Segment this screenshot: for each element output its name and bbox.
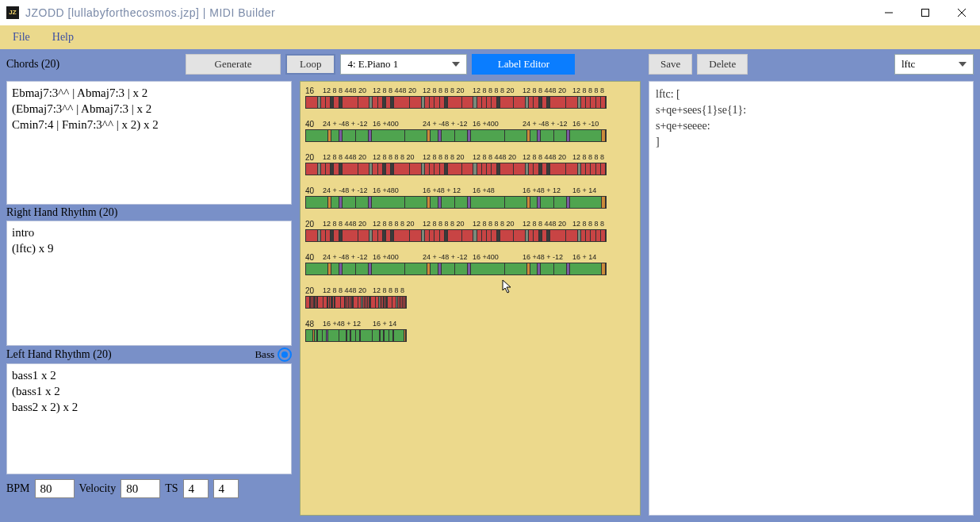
track-bar[interactable] xyxy=(305,263,607,275)
window-title: JZODD [lullabyforthecosmos.jzp] | MIDI B… xyxy=(25,6,275,19)
track-group-label: 16 + 14 xyxy=(572,186,622,196)
track-group-label: 24 + -48 + -12 xyxy=(323,120,373,129)
label-editor-textarea[interactable]: lftc: [ s+qe+sees{1}se{1}: s+qe+seeee: ] xyxy=(649,81,974,516)
ts-numerator-input[interactable]: 4 xyxy=(183,479,209,498)
time-signature-label: TS xyxy=(165,482,178,495)
track-group-label: 24 + -48 + -12 xyxy=(423,253,473,263)
top-toolbar: Chords (20) Generate Loop 4: E.Piano 1 L… xyxy=(6,52,641,76)
right-toolbar: Save Delete lftc xyxy=(649,52,974,76)
track-group-label: 12 8 8 448 20 xyxy=(323,286,373,296)
bottom-inputs: BPM 80 Velocity 80 TS 4 4 xyxy=(6,479,292,498)
track-group-label: 12 8 8 8 8 20 xyxy=(373,153,423,163)
track-row: 2012 8 8 448 2012 8 8 8 8 2012 8 8 8 8 2… xyxy=(305,153,635,175)
track-group-label: 16 + 14 xyxy=(572,253,622,263)
client-area: Chords (20) Generate Loop 4: E.Piano 1 L… xyxy=(0,49,980,522)
track-lead-label: 40 xyxy=(305,186,323,196)
track-bar[interactable] xyxy=(305,163,607,175)
track-group-label: 24 + -48 + -12 xyxy=(323,253,373,263)
label-select-value: lftc xyxy=(902,58,915,71)
label-editor-button[interactable]: Label Editor xyxy=(472,54,575,75)
track-lead-label: 48 xyxy=(305,320,323,329)
track-group-label: 12 8 8 448 20 xyxy=(473,153,523,163)
generate-button[interactable]: Generate xyxy=(186,54,281,75)
track-group-label: 12 8 8 8 8 xyxy=(373,286,423,296)
track-group-label: 12 8 8 8 8 20 xyxy=(423,220,473,229)
track-group-label: 24 + -48 + -12 xyxy=(523,120,572,129)
track-group-label: 16 +400 xyxy=(373,120,423,129)
instrument-select[interactable]: 4: E.Piano 1 xyxy=(340,54,467,75)
rhythm-canvas[interactable]: 1612 8 8 448 2012 8 8 448 2012 8 8 8 8 2… xyxy=(300,81,641,516)
svg-rect-1 xyxy=(922,9,929,16)
track-group-label: 16 +400 xyxy=(473,253,523,263)
track-group-label: 16 +48 + 12 xyxy=(523,186,572,196)
delete-button[interactable]: Delete xyxy=(697,54,748,75)
left-column: Ebmaj7:3^^ | Abmaj7:3 | x 2 (Ebmaj7:3^^ … xyxy=(6,81,292,516)
track-lead-label: 20 xyxy=(305,153,323,163)
chevron-down-icon xyxy=(959,62,967,67)
track-lead-label: 40 xyxy=(305,120,323,129)
track-group-label: 12 8 8 448 20 xyxy=(323,220,373,229)
track-group-label: 12 8 8 448 20 xyxy=(523,86,572,96)
track-group-label: 12 8 8 8 8 20 xyxy=(473,220,523,229)
track-group-label: 16 +400 xyxy=(373,253,423,263)
bass-radio[interactable] xyxy=(278,347,292,362)
bass-radio-label: Bass xyxy=(255,348,274,361)
track-lead-label: 40 xyxy=(305,253,323,263)
track-group-label: 12 8 8 8 8 20 xyxy=(473,86,523,96)
close-button[interactable] xyxy=(944,0,980,25)
left-hand-rhythm-textarea[interactable]: bass1 x 2 (bass1 x 2 bass2 x 2) x 2 xyxy=(6,363,292,474)
track-group-label: 12 8 8 448 20 xyxy=(373,86,423,96)
track-group-label: 24 + -48 + -12 xyxy=(323,186,373,196)
track-group-label: 16 + 14 xyxy=(373,320,423,329)
track-group-label: 12 8 8 8 8 20 xyxy=(423,86,473,96)
left-hand-rhythm-label: Left Hand Rhythm (20) Bass xyxy=(6,346,292,363)
track-group-label: 16 +480 xyxy=(373,186,423,196)
chevron-down-icon xyxy=(452,62,460,67)
track-bar[interactable] xyxy=(305,296,407,309)
title-bar: JZ JZODD [lullabyforthecosmos.jzp] | MID… xyxy=(0,0,980,25)
track-lead-label: 16 xyxy=(305,86,323,96)
track-group-label: 12 8 8 8 8 xyxy=(572,220,622,229)
track-group-label: 12 8 8 448 20 xyxy=(523,153,572,163)
right-hand-rhythm-textarea[interactable]: intro (lftc) x 9 xyxy=(6,221,292,346)
velocity-input[interactable]: 80 xyxy=(121,479,160,498)
left-hand-rhythm-label-text: Left Hand Rhythm (20) xyxy=(6,348,112,361)
track-group-label: 12 8 8 8 8 20 xyxy=(423,153,473,163)
track-group-label: 16 +48 + 12 xyxy=(323,320,373,329)
track-row: 4024 + -48 + -1216 +48016 +48 + 1216 +48… xyxy=(305,186,635,209)
track-bar[interactable] xyxy=(305,229,607,242)
track-row: 2012 8 8 448 2012 8 8 8 8 xyxy=(305,286,635,309)
track-group-label: 16 +48 xyxy=(473,186,523,196)
track-row: 4816 +48 + 1216 + 14 xyxy=(305,320,635,342)
track-bar[interactable] xyxy=(305,129,607,142)
bpm-input[interactable]: 80 xyxy=(35,479,75,498)
track-bar[interactable] xyxy=(305,329,407,342)
velocity-label: Velocity xyxy=(79,482,117,495)
menu-file[interactable]: File xyxy=(6,29,36,45)
minimize-button[interactable] xyxy=(871,0,907,25)
track-group-label: 12 8 8 8 8 xyxy=(572,153,622,163)
app-icon: JZ xyxy=(6,6,19,19)
track-bar[interactable] xyxy=(305,96,607,109)
menu-help[interactable]: Help xyxy=(46,29,80,45)
track-group-label: 12 8 8 448 20 xyxy=(323,86,373,96)
right-hand-rhythm-label: Right Hand Rhythm (20) xyxy=(6,205,292,221)
chords-textarea[interactable]: Ebmaj7:3^^ | Abmaj7:3 | x 2 (Ebmaj7:3^^ … xyxy=(6,81,292,205)
label-select[interactable]: lftc xyxy=(894,54,974,75)
track-group-label: 24 + -48 + -12 xyxy=(423,120,473,129)
track-lead-label: 20 xyxy=(305,220,323,229)
save-button[interactable]: Save xyxy=(649,54,692,75)
instrument-selected-label: 4: E.Piano 1 xyxy=(347,58,398,71)
track-group-label: 16 + -10 xyxy=(572,120,622,129)
track-bar[interactable] xyxy=(305,196,607,209)
maximize-button[interactable] xyxy=(907,0,944,25)
track-row: 2012 8 8 448 2012 8 8 8 8 2012 8 8 8 8 2… xyxy=(305,220,635,242)
chords-label: Chords (20) xyxy=(6,56,181,72)
track-group-label: 12 8 8 8 8 xyxy=(572,86,622,96)
track-lead-label: 20 xyxy=(305,286,323,296)
track-row: 1612 8 8 448 2012 8 8 448 2012 8 8 8 8 2… xyxy=(305,86,635,109)
track-group-label: 16 +48 + -12 xyxy=(523,253,572,263)
loop-button[interactable]: Loop xyxy=(285,54,335,75)
track-group-label: 12 8 8 448 20 xyxy=(523,220,572,229)
ts-denominator-input[interactable]: 4 xyxy=(213,479,239,498)
